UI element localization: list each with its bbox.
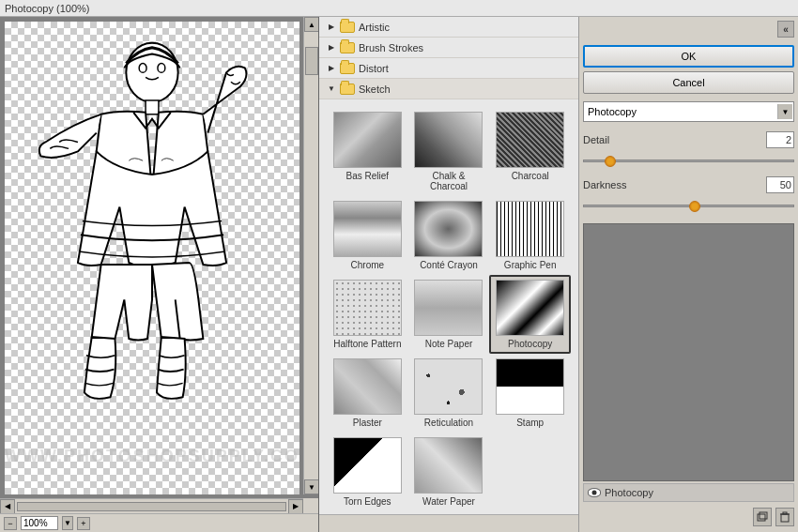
arrow-artistic-icon: ▶ xyxy=(327,23,336,32)
visibility-eye-icon[interactable] xyxy=(588,488,601,497)
thumb-bas-relief[interactable]: Bas Relief xyxy=(327,107,408,196)
title-bar: Photocopy (100%) xyxy=(0,0,798,17)
detail-label: Detail xyxy=(583,134,609,145)
category-brush-strokes[interactable]: ▶ Brush Strokes xyxy=(319,38,578,58)
arrow-brush-icon: ▶ xyxy=(327,43,336,53)
scrollbar-corner xyxy=(303,498,318,513)
zoom-value: 100% xyxy=(23,518,48,528)
arrow-distort-icon: ▶ xyxy=(327,64,336,73)
thumb-plaster[interactable]: Plaster xyxy=(327,354,408,433)
zoom-plus-button[interactable]: + xyxy=(77,517,90,530)
bottom-actions xyxy=(583,506,794,528)
thumb-reticulation-img xyxy=(414,358,483,415)
detail-value[interactable]: 2 xyxy=(766,131,794,148)
detail-slider-thumb[interactable] xyxy=(605,156,616,167)
canvas-scroll-area: WWW.PHOTOSHOPSUPPLY.COM ▲ ▼ ◀ ▶ xyxy=(0,17,318,513)
ok-button[interactable]: OK xyxy=(583,45,794,68)
delete-layer-button[interactable] xyxy=(775,508,794,526)
thumb-halftone-pattern-img xyxy=(333,280,402,336)
thumb-photocopy-label: Photocopy xyxy=(508,339,552,349)
category-sketch-label: Sketch xyxy=(359,84,391,95)
canvas-inner: WWW.PHOTOSHOPSUPPLY.COM xyxy=(5,22,299,494)
thumb-conte-crayon-label: Conté Crayon xyxy=(420,260,478,270)
thumb-bas-relief-label: Bas Relief xyxy=(346,171,390,181)
preview-header: Photocopy xyxy=(583,483,794,502)
thumb-graphic-pen[interactable]: Graphic Pen xyxy=(489,196,571,275)
thumb-stamp[interactable]: Stamp xyxy=(489,354,571,433)
filter-select-container: Photocopy ▼ xyxy=(583,101,794,122)
thumb-chrome-img xyxy=(333,201,402,257)
category-sketch[interactable]: ▼ Sketch xyxy=(319,79,578,99)
thumb-reticulation[interactable]: Reticulation xyxy=(408,354,490,433)
canvas-area: WWW.PHOTOSHOPSUPPLY.COM ▲ ▼ ◀ ▶ − 100% xyxy=(0,17,319,532)
thumb-note-paper-label: Note Paper xyxy=(425,339,473,349)
thumb-photocopy[interactable]: Photocopy xyxy=(489,275,571,354)
thumb-stamp-img xyxy=(496,358,564,415)
scroll-left-arrow[interactable]: ◀ xyxy=(0,499,15,514)
thumb-water-paper-label: Water Paper xyxy=(422,496,475,507)
arrow-sketch-icon: ▼ xyxy=(327,84,336,94)
thumb-graphic-pen-label: Graphic Pen xyxy=(504,260,557,270)
preview-blank-area xyxy=(583,223,794,481)
thumb-water-paper-img xyxy=(414,437,483,494)
scroll-down-arrow[interactable]: ▼ xyxy=(304,479,318,494)
category-distort[interactable]: ▶ Distort xyxy=(319,58,578,79)
thumb-bas-relief-img xyxy=(333,112,402,168)
title-text: Photocopy (100%) xyxy=(5,3,90,14)
thumb-chrome[interactable]: Chrome xyxy=(327,196,408,275)
scrollbar-thumb[interactable] xyxy=(305,47,318,75)
thumb-halftone-pattern[interactable]: Halftone Pattern xyxy=(327,275,408,354)
category-artistic-label: Artistic xyxy=(359,22,390,33)
thumb-chalk-charcoal-img xyxy=(414,112,483,168)
thumb-note-paper[interactable]: Note Paper xyxy=(408,275,490,354)
scroll-right-arrow[interactable]: ▶ xyxy=(288,499,303,514)
category-artistic[interactable]: ▶ Artistic xyxy=(319,17,578,38)
thumb-graphic-pen-img xyxy=(496,201,564,257)
thumb-reticulation-label: Reticulation xyxy=(424,418,473,428)
thumb-torn-edges[interactable]: Torn Edges xyxy=(327,433,408,511)
thumb-conte-crayon[interactable]: Conté Crayon xyxy=(408,196,490,275)
svg-rect-5 xyxy=(760,512,767,519)
thumb-charcoal[interactable]: Charcoal xyxy=(489,107,571,196)
filter-panel: ▶ Artistic ▶ Brush Strokes ▶ Distort ▼ S… xyxy=(319,17,579,532)
darkness-slider-thumb[interactable] xyxy=(689,201,700,212)
darkness-slider-container[interactable] xyxy=(583,201,794,212)
folder-distort-icon xyxy=(340,63,355,74)
filter-name-select[interactable]: Photocopy xyxy=(583,101,794,122)
folder-artistic-icon xyxy=(340,22,355,33)
thumb-plaster-img xyxy=(333,358,402,415)
thumb-chalk-charcoal-label: Chalk & Charcoal xyxy=(413,171,485,191)
thumb-chalk-charcoal[interactable]: Chalk & Charcoal xyxy=(408,107,490,196)
right-panel: « OK Cancel Photocopy ▼ Detail 2 Darkn xyxy=(579,17,798,532)
thumb-halftone-pattern-label: Halftone Pattern xyxy=(333,339,401,349)
svg-point-0 xyxy=(126,43,177,102)
detail-slider-container[interactable] xyxy=(583,156,794,167)
collapse-panel-button[interactable]: « xyxy=(777,21,794,38)
zoom-display[interactable]: 100% xyxy=(21,516,58,530)
ok-label: OK xyxy=(682,51,697,62)
detail-param-row: Detail 2 xyxy=(583,131,794,148)
filter-footer xyxy=(319,514,578,532)
preview-section: Photocopy xyxy=(583,216,794,528)
horizontal-scrollbar[interactable]: ◀ ▶ xyxy=(0,498,303,513)
cancel-button[interactable]: Cancel xyxy=(583,71,794,94)
svg-rect-3 xyxy=(146,100,159,114)
category-distort-label: Distort xyxy=(359,63,389,74)
zoom-dropdown-button[interactable]: ▼ xyxy=(62,516,73,530)
thumb-water-paper[interactable]: Water Paper xyxy=(408,433,490,511)
filter-scrollable[interactable]: ▶ Artistic ▶ Brush Strokes ▶ Distort ▼ S… xyxy=(319,17,578,514)
thumb-plaster-label: Plaster xyxy=(353,418,382,428)
darkness-param-row: Darkness 50 xyxy=(583,176,794,193)
new-effect-layer-button[interactable] xyxy=(753,508,772,526)
scroll-up-arrow[interactable]: ▲ xyxy=(304,17,318,32)
darkness-label: Darkness xyxy=(583,179,626,190)
cancel-label: Cancel xyxy=(672,77,704,88)
zoom-minus-button[interactable]: − xyxy=(4,517,17,530)
thumb-stamp-label: Stamp xyxy=(516,418,544,428)
thumb-chrome-label: Chrome xyxy=(351,260,385,270)
darkness-value[interactable]: 50 xyxy=(766,176,794,193)
thumb-torn-edges-img xyxy=(333,437,402,494)
canvas-image xyxy=(5,22,299,494)
vertical-scrollbar[interactable]: ▲ ▼ xyxy=(303,17,318,494)
folder-sketch-icon xyxy=(340,84,355,95)
